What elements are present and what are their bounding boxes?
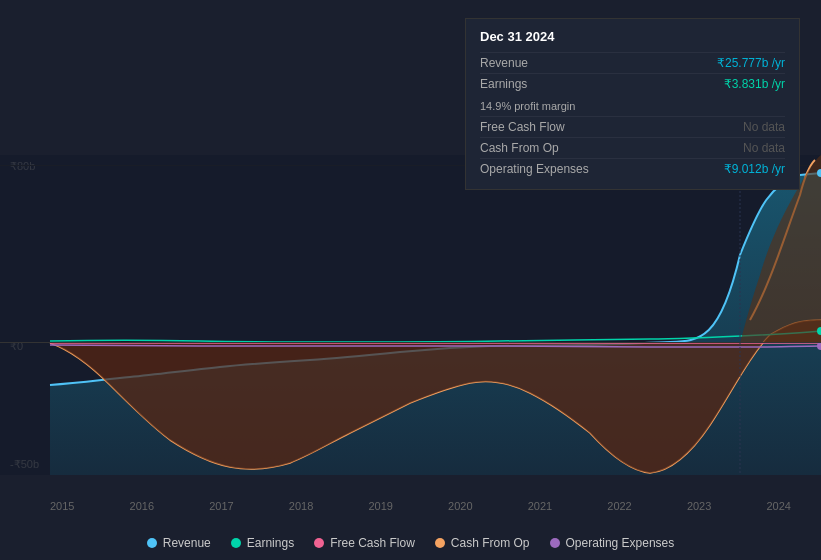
tooltip-row-revenue: Revenue ₹25.777b /yr [480, 52, 785, 73]
legend-dot-revenue [147, 538, 157, 548]
legend-label-cashfromop: Cash From Op [451, 536, 530, 550]
tooltip-label-cashfromop: Cash From Op [480, 141, 610, 155]
x-label-2022: 2022 [607, 500, 631, 512]
legend-item-fcf[interactable]: Free Cash Flow [314, 536, 415, 550]
legend-dot-earnings [231, 538, 241, 548]
chart-container: Dec 31 2024 Revenue ₹25.777b /yr Earning… [0, 0, 821, 560]
legend-dot-opex [550, 538, 560, 548]
tooltip-row-earnings: Earnings ₹3.831b /yr [480, 73, 785, 94]
profit-margin-label: 14.9% profit margin [480, 100, 575, 112]
tooltip-row-opex: Operating Expenses ₹9.012b /yr [480, 158, 785, 179]
tooltip-label-fcf: Free Cash Flow [480, 120, 610, 134]
tooltip-label-opex: Operating Expenses [480, 162, 610, 176]
legend-item-revenue[interactable]: Revenue [147, 536, 211, 550]
x-label-2016: 2016 [130, 500, 154, 512]
legend: Revenue Earnings Free Cash Flow Cash Fro… [0, 536, 821, 550]
tooltip-row-fcf: Free Cash Flow No data [480, 116, 785, 137]
tooltip-date: Dec 31 2024 [480, 29, 785, 44]
x-label-2023: 2023 [687, 500, 711, 512]
tooltip-row-cashfromop: Cash From Op No data [480, 137, 785, 158]
tooltip-value-earnings: ₹3.831b /yr [724, 77, 785, 91]
legend-dot-fcf [314, 538, 324, 548]
x-label-2020: 2020 [448, 500, 472, 512]
legend-item-cashfromop[interactable]: Cash From Op [435, 536, 530, 550]
x-label-2018: 2018 [289, 500, 313, 512]
legend-item-opex[interactable]: Operating Expenses [550, 536, 675, 550]
legend-label-opex: Operating Expenses [566, 536, 675, 550]
legend-label-revenue: Revenue [163, 536, 211, 550]
legend-label-fcf: Free Cash Flow [330, 536, 415, 550]
tooltip-value-revenue: ₹25.777b /yr [717, 56, 785, 70]
tooltip-label-revenue: Revenue [480, 56, 610, 70]
x-label-2019: 2019 [368, 500, 392, 512]
x-label-2021: 2021 [528, 500, 552, 512]
x-label-2024: 2024 [766, 500, 790, 512]
x-label-2017: 2017 [209, 500, 233, 512]
legend-label-earnings: Earnings [247, 536, 294, 550]
tooltip-value-opex: ₹9.012b /yr [724, 162, 785, 176]
zero-line [0, 342, 821, 343]
legend-dot-cashfromop [435, 538, 445, 548]
tooltip-label-earnings: Earnings [480, 77, 610, 91]
chart-svg [0, 155, 821, 475]
x-labels: 2015 2016 2017 2018 2019 2020 2021 2022 … [0, 500, 821, 512]
x-label-2015: 2015 [50, 500, 74, 512]
tooltip-box: Dec 31 2024 Revenue ₹25.777b /yr Earning… [465, 18, 800, 190]
tooltip-value-fcf: No data [743, 120, 785, 134]
legend-item-earnings[interactable]: Earnings [231, 536, 294, 550]
tooltip-value-cashfromop: No data [743, 141, 785, 155]
